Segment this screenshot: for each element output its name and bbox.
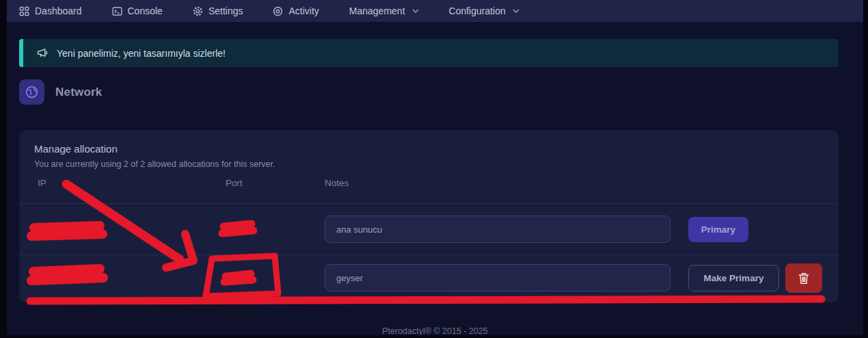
column-header-ip: IP — [38, 178, 46, 188]
terminal-icon — [112, 6, 122, 16]
card-subtitle: You are currently using 2 of 2 allowed a… — [34, 159, 275, 169]
target-icon — [273, 6, 283, 16]
make-primary-button[interactable]: Make Primary — [688, 265, 779, 291]
grid-icon — [19, 6, 29, 16]
nav-label: Configuration — [449, 5, 506, 16]
primary-badge-button[interactable]: Primary — [688, 217, 748, 242]
nav-label: Management — [349, 5, 405, 16]
manage-allocation-card: Manage allocation You are currently usin… — [19, 130, 839, 302]
banner-text: Yeni panelimiz, yeni tasarımıyla sizlerl… — [57, 48, 226, 59]
nav-label: Activity — [288, 5, 318, 16]
column-header-port: Port — [226, 178, 243, 188]
chevron-down-icon — [412, 9, 419, 13]
top-nav: Dashboard Console Settings — [7, 0, 863, 22]
globe-icon — [19, 79, 44, 105]
page-title: Network — [55, 86, 102, 99]
section-header: Network — [19, 79, 102, 105]
card-title: Manage allocation — [34, 143, 118, 155]
divider — [19, 203, 839, 204]
nav-item-activity[interactable]: Activity — [273, 5, 318, 16]
nav-item-management[interactable]: Management — [349, 5, 419, 16]
megaphone-icon — [37, 48, 49, 58]
trash-icon — [798, 272, 809, 285]
gear-icon — [193, 6, 203, 16]
footer-copyright: Pterodactyl® © 2015 - 2025 — [7, 326, 863, 335]
note-input[interactable] — [325, 264, 670, 291]
nav-label: Dashboard — [35, 5, 82, 16]
announcement-banner: Yeni panelimiz, yeni tasarımıyla sizlerl… — [19, 39, 839, 67]
nav-item-console[interactable]: Console — [112, 5, 163, 16]
delete-allocation-button[interactable] — [785, 263, 822, 293]
nav-label: Console — [128, 5, 163, 16]
screen: Dashboard Console Settings — [0, 0, 868, 338]
nav-item-dashboard[interactable]: Dashboard — [19, 5, 82, 16]
note-input[interactable] — [325, 216, 670, 243]
ip-value-redacted — [38, 267, 120, 283]
ip-value-redacted — [38, 221, 120, 237]
nav-label: Settings — [208, 5, 243, 16]
panel-page: Dashboard Console Settings — [7, 0, 863, 335]
port-value-redacted — [226, 270, 267, 284]
nav-item-settings[interactable]: Settings — [193, 5, 243, 16]
divider — [19, 255, 839, 255]
port-value-redacted — [226, 221, 267, 235]
column-header-notes: Notes — [325, 178, 349, 188]
nav-item-configuration[interactable]: Configuration — [449, 5, 519, 16]
chevron-down-icon — [513, 9, 519, 13]
